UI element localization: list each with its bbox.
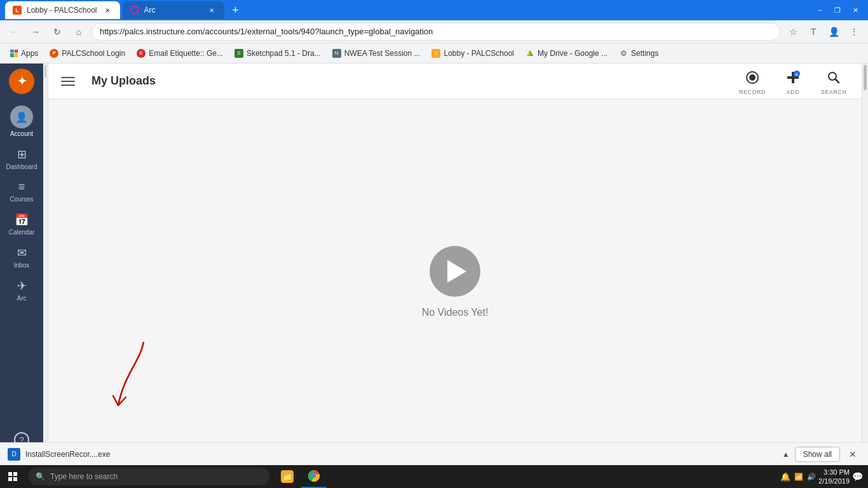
bookmark-sketchpad[interactable]: S Sketchpad 5.1 - Dra... — [229, 46, 326, 61]
tab-arc-close[interactable]: ✕ — [207, 5, 217, 15]
tab-lobby-favicon: L — [13, 6, 22, 15]
url-bar[interactable]: https://palcs.instructure.com/accounts/1… — [92, 23, 780, 41]
taskbar-chrome[interactable] — [301, 465, 327, 488]
main-area: ✦ 👤 Account ⊞ Dashboard ≡ Courses 📅 Cale… — [0, 64, 868, 465]
bookmark-nwea-label: NWEA Test Session ... — [344, 49, 421, 58]
search-label: SEARCH — [821, 89, 847, 95]
arc-search-button[interactable]: SEARCH — [818, 67, 849, 95]
sidebar-item-courses[interactable]: ≡ Courses — [5, 177, 38, 207]
no-videos-text: No Videos Yet! — [422, 307, 489, 318]
arrow-svg — [105, 336, 156, 424]
taskbar: 🔍 Type here to search 📁 🔔 📶 🔊 3:30 PM 2/… — [0, 465, 868, 488]
close-button[interactable]: ✕ — [848, 3, 863, 18]
address-bar: ← → ↻ ⌂ https://palcs.instructure.com/ac… — [0, 20, 868, 43]
tab-lobby-close[interactable]: ✕ — [102, 5, 112, 15]
home-button[interactable]: ⌂ — [70, 23, 88, 41]
record-icon — [742, 67, 763, 88]
download-filename: InstallScreenRecor....exe — [25, 450, 777, 459]
download-bar: D InstallScreenRecor....exe ▲ Show all ✕ — [0, 442, 868, 465]
bookmark-apps[interactable]: Apps — [5, 46, 43, 61]
bookmark-lobby[interactable]: L Lobby - PALCSchool — [426, 46, 519, 61]
tab-arc[interactable]: Arc ✕ — [123, 1, 224, 19]
arrow-annotation — [105, 336, 156, 427]
address-actions: ☆ T 👤 ⋮ — [784, 23, 863, 41]
bookmark-drive-label: My Drive - Google ... — [538, 49, 607, 58]
sidebar-item-account[interactable]: 👤 Account — [5, 102, 38, 141]
tray-clock[interactable]: 3:30 PM 2/19/2019 — [818, 468, 850, 486]
sidebar-item-calendar[interactable]: 📅 Calendar — [5, 209, 38, 240]
bookmark-settings-favicon: ⚙ — [619, 49, 628, 58]
bookmark-palcschool-favicon: P — [50, 49, 58, 58]
bookmark-email[interactable]: E Email Etiquette:: Ge... — [132, 46, 228, 61]
new-tab-button[interactable]: + — [227, 1, 245, 19]
bookmark-sketchpad-favicon: S — [234, 49, 243, 58]
bookmark-sketchpad-label: Sketchpad 5.1 - Dra... — [247, 49, 321, 58]
notification-center-icon[interactable]: 💬 — [852, 471, 863, 482]
bookmark-lobby-label: Lobby - PALCSchool — [444, 49, 514, 58]
tray-volume-icon: 🔊 — [807, 473, 816, 481]
arc-menu-button[interactable] — [61, 71, 81, 92]
hamburger-line-2 — [61, 81, 75, 82]
arc-record-button[interactable]: RECORD — [737, 67, 768, 95]
menu-button[interactable]: ⋮ — [845, 23, 863, 41]
bookmark-settings-label: Settings — [631, 49, 658, 58]
sidebar-item-inbox[interactable]: ✉ Inbox — [5, 242, 38, 273]
forward-button[interactable]: → — [27, 23, 44, 41]
bookmark-drive[interactable]: My Drive - Google ... — [520, 46, 613, 61]
arc-add-button[interactable]: + ADD — [778, 67, 808, 95]
arc-icon: ✈ — [17, 279, 27, 293]
add-label: ADD — [787, 89, 800, 95]
sidebar-account-label: Account — [10, 130, 33, 137]
play-triangle — [447, 260, 466, 283]
arc-title: My Uploads — [92, 74, 727, 88]
bookmark-settings[interactable]: ⚙ Settings — [614, 46, 663, 61]
arc-header: My Uploads RECORD + ADD SEARCH — [48, 64, 862, 99]
bookmark-palcschool-label: PALCSchool Login — [62, 49, 125, 58]
taskbar-search-bar[interactable]: 🔍 Type here to search — [28, 468, 269, 485]
arc-area: My Uploads RECORD + ADD SEARCH — [48, 64, 862, 465]
start-button[interactable] — [0, 465, 25, 488]
bookmark-palcschool[interactable]: P PALCSchool Login — [44, 46, 130, 61]
left-scroll-thumb[interactable] — [44, 65, 46, 78]
svg-text:+: + — [795, 71, 798, 77]
bookmarks-bar: Apps P PALCSchool Login E Email Etiquett… — [0, 43, 868, 64]
canvas-logo[interactable]: ✦ — [9, 69, 34, 94]
url-text: https://palcs.instructure.com/accounts/1… — [100, 27, 772, 36]
courses-icon: ≡ — [18, 180, 25, 194]
avatar-icon: 👤 — [15, 111, 28, 123]
bookmark-nwea[interactable]: N NWEA Test Session ... — [327, 46, 426, 61]
right-scroll-track — [862, 64, 868, 465]
record-label: RECORD — [739, 89, 766, 95]
maximize-button[interactable]: ❐ — [830, 3, 845, 18]
bookmark-star-button[interactable]: ☆ — [784, 23, 802, 41]
reload-button[interactable]: ↻ — [48, 23, 66, 41]
svg-line-10 — [836, 79, 839, 83]
translate-button[interactable]: T — [804, 23, 822, 41]
sidebar-item-dashboard[interactable]: ⊞ Dashboard — [5, 144, 38, 174]
profile-button[interactable]: 👤 — [825, 23, 843, 41]
show-all-button[interactable]: Show all — [795, 447, 840, 462]
no-videos-icon — [430, 246, 480, 297]
taskbar-search-icon: 🔍 — [36, 472, 45, 481]
tab-lobby[interactable]: L Lobby - PALCSchool ✕ — [5, 1, 120, 19]
minimize-button[interactable]: − — [812, 3, 827, 18]
taskbar-file-explorer[interactable]: 📁 — [275, 465, 300, 488]
right-scroll-thumb[interactable] — [864, 65, 867, 90]
search-icon — [824, 67, 844, 88]
download-chevron[interactable]: ▲ — [782, 450, 790, 459]
download-close-button[interactable]: ✕ — [845, 447, 860, 462]
bookmark-apps-label: Apps — [21, 49, 38, 58]
tray-notification-icon: 🔔 — [780, 472, 790, 482]
account-avatar: 👤 — [10, 105, 33, 128]
tab-lobby-title: Lobby - PALCSchool — [27, 6, 97, 15]
win-sq-1 — [8, 472, 12, 476]
bookmark-lobby-favicon: L — [431, 49, 440, 58]
apps-icon — [10, 50, 18, 57]
sidebar-item-arc[interactable]: ✈ Arc — [5, 275, 38, 306]
sidebar-courses-label: Courses — [10, 196, 33, 203]
bookmark-nwea-favicon: N — [332, 49, 341, 58]
sidebar-calendar-label: Calendar — [9, 229, 35, 236]
back-button[interactable]: ← — [5, 23, 23, 41]
tray-date: 2/19/2019 — [818, 477, 850, 485]
inbox-icon: ✉ — [17, 246, 27, 260]
